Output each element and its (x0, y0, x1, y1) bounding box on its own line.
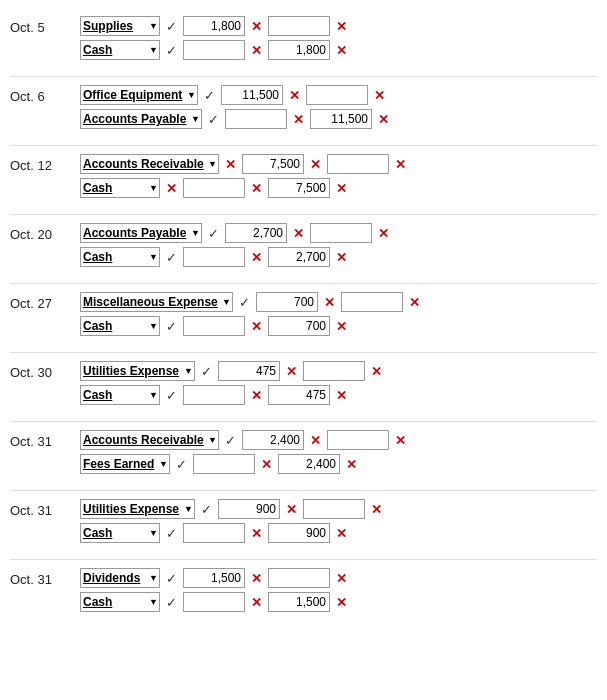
delete-credit-icon[interactable]: ✕ (378, 226, 389, 241)
check-icon[interactable]: ✓ (201, 502, 212, 517)
debit-amount-input[interactable] (183, 16, 245, 36)
delete-debit-icon[interactable]: ✕ (324, 295, 335, 310)
delete-debit-icon[interactable]: ✕ (251, 595, 262, 610)
delete-debit-icon[interactable]: ✕ (251, 526, 262, 541)
delete-credit-icon[interactable]: ✕ (336, 19, 347, 34)
debit-amount-input[interactable] (221, 85, 283, 105)
delete-credit-icon[interactable]: ✕ (336, 43, 347, 58)
account-select[interactable]: Cash (80, 592, 160, 612)
check-icon[interactable]: ✓ (208, 112, 219, 127)
check-icon[interactable]: ✓ (166, 526, 177, 541)
delete-debit-icon[interactable]: ✕ (289, 88, 300, 103)
debit-amount-input[interactable] (193, 454, 255, 474)
account-select[interactable]: Cash (80, 316, 160, 336)
x-icon[interactable]: ✕ (166, 181, 177, 196)
delete-credit-icon[interactable]: ✕ (336, 250, 347, 265)
credit-amount-input[interactable] (268, 568, 330, 588)
credit-amount-input[interactable] (268, 16, 330, 36)
delete-debit-icon[interactable]: ✕ (286, 502, 297, 517)
account-select[interactable]: Accounts Payable (80, 109, 202, 129)
debit-amount-input[interactable] (183, 40, 245, 60)
delete-credit-icon[interactable]: ✕ (336, 595, 347, 610)
account-select[interactable]: Cash (80, 385, 160, 405)
account-select[interactable]: Cash (80, 523, 160, 543)
credit-amount-input[interactable] (327, 154, 389, 174)
check-icon[interactable]: ✓ (166, 43, 177, 58)
check-icon[interactable]: ✓ (166, 595, 177, 610)
credit-amount-input[interactable] (278, 454, 340, 474)
debit-amount-input[interactable] (225, 109, 287, 129)
debit-amount-input[interactable] (242, 430, 304, 450)
check-icon[interactable]: ✓ (225, 433, 236, 448)
credit-amount-input[interactable] (268, 178, 330, 198)
delete-credit-icon[interactable]: ✕ (409, 295, 420, 310)
credit-amount-input[interactable] (268, 40, 330, 60)
delete-debit-icon[interactable]: ✕ (293, 112, 304, 127)
check-icon[interactable]: ✓ (166, 19, 177, 34)
check-icon[interactable]: ✓ (166, 388, 177, 403)
credit-amount-input[interactable] (303, 499, 365, 519)
credit-amount-input[interactable] (341, 292, 403, 312)
delete-debit-icon[interactable]: ✕ (286, 364, 297, 379)
credit-amount-input[interactable] (310, 223, 372, 243)
account-select[interactable]: Utilities Expense (80, 361, 195, 381)
check-icon[interactable]: ✓ (201, 364, 212, 379)
debit-amount-input[interactable] (183, 385, 245, 405)
debit-amount-input[interactable] (242, 154, 304, 174)
delete-debit-icon[interactable]: ✕ (261, 457, 272, 472)
debit-amount-input[interactable] (183, 247, 245, 267)
x-icon[interactable]: ✕ (225, 157, 236, 172)
credit-amount-input[interactable] (268, 592, 330, 612)
check-icon[interactable]: ✓ (166, 250, 177, 265)
debit-amount-input[interactable] (183, 592, 245, 612)
delete-debit-icon[interactable]: ✕ (251, 181, 262, 196)
account-select[interactable]: Miscellaneous Expense (80, 292, 233, 312)
debit-amount-input[interactable] (218, 499, 280, 519)
account-select[interactable]: Office Equipment (80, 85, 198, 105)
account-select[interactable]: Accounts Receivable (80, 154, 219, 174)
check-icon[interactable]: ✓ (204, 88, 215, 103)
debit-amount-input[interactable] (218, 361, 280, 381)
delete-credit-icon[interactable]: ✕ (336, 388, 347, 403)
delete-credit-icon[interactable]: ✕ (336, 571, 347, 586)
debit-amount-input[interactable] (256, 292, 318, 312)
account-select[interactable]: Cash (80, 178, 160, 198)
credit-amount-input[interactable] (310, 109, 372, 129)
credit-amount-input[interactable] (268, 523, 330, 543)
delete-debit-icon[interactable]: ✕ (251, 319, 262, 334)
delete-credit-icon[interactable]: ✕ (346, 457, 357, 472)
delete-debit-icon[interactable]: ✕ (251, 250, 262, 265)
delete-credit-icon[interactable]: ✕ (378, 112, 389, 127)
account-select[interactable]: Fees Earned (80, 454, 170, 474)
delete-debit-icon[interactable]: ✕ (251, 388, 262, 403)
account-select[interactable]: Cash (80, 40, 160, 60)
delete-debit-icon[interactable]: ✕ (310, 157, 321, 172)
delete-debit-icon[interactable]: ✕ (251, 571, 262, 586)
delete-debit-icon[interactable]: ✕ (251, 19, 262, 34)
account-select[interactable]: Utilities Expense (80, 499, 195, 519)
delete-credit-icon[interactable]: ✕ (371, 364, 382, 379)
credit-amount-input[interactable] (268, 385, 330, 405)
credit-amount-input[interactable] (268, 316, 330, 336)
delete-credit-icon[interactable]: ✕ (395, 157, 406, 172)
account-select[interactable]: Accounts Receivable (80, 430, 219, 450)
delete-credit-icon[interactable]: ✕ (336, 526, 347, 541)
delete-credit-icon[interactable]: ✕ (371, 502, 382, 517)
delete-credit-icon[interactable]: ✕ (395, 433, 406, 448)
delete-debit-icon[interactable]: ✕ (310, 433, 321, 448)
check-icon[interactable]: ✓ (176, 457, 187, 472)
debit-amount-input[interactable] (183, 316, 245, 336)
account-select[interactable]: Cash (80, 247, 160, 267)
account-select[interactable]: Accounts Payable (80, 223, 202, 243)
check-icon[interactable]: ✓ (208, 226, 219, 241)
delete-credit-icon[interactable]: ✕ (336, 319, 347, 334)
credit-amount-input[interactable] (306, 85, 368, 105)
check-icon[interactable]: ✓ (166, 319, 177, 334)
check-icon[interactable]: ✓ (166, 571, 177, 586)
credit-amount-input[interactable] (268, 247, 330, 267)
debit-amount-input[interactable] (225, 223, 287, 243)
account-select[interactable]: Dividends (80, 568, 160, 588)
check-icon[interactable]: ✓ (239, 295, 250, 310)
account-select[interactable]: Supplies (80, 16, 160, 36)
debit-amount-input[interactable] (183, 178, 245, 198)
